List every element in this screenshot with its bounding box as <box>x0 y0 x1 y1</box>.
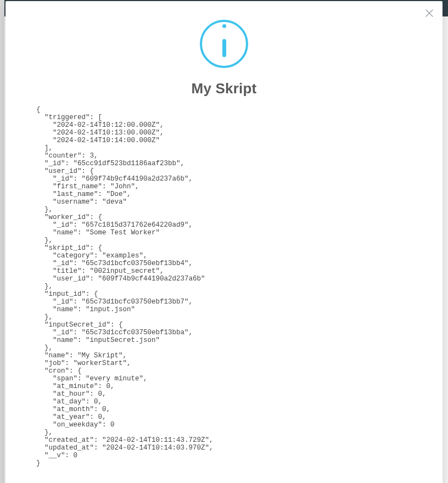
info-modal: My Skript { "triggered": [ "2024-02-14T1… <box>5 1 443 483</box>
modal-title: My Skript <box>27 80 421 97</box>
info-icon-wrap <box>27 20 421 68</box>
info-icon <box>200 20 248 68</box>
modal-overlay: My Skript { "triggered": [ "2024-02-14T1… <box>0 0 448 483</box>
close-button[interactable] <box>423 7 436 20</box>
json-body: { "triggered": [ "2024-02-14T10:12:00.00… <box>36 106 421 467</box>
close-icon <box>424 8 434 18</box>
